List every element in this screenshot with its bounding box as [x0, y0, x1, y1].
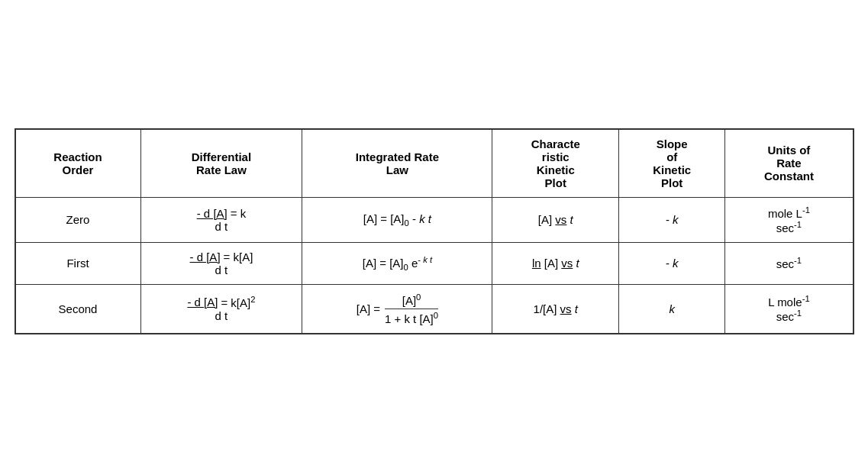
neg-frac-first: - d [A] [190, 250, 221, 263]
kinetics-table-wrapper: ReactionOrder DifferentialRate Law Integ… [15, 128, 854, 334]
slope-zero: - k [619, 197, 725, 242]
slope-second: k [619, 284, 725, 333]
header-characteristic-kinetic-plot: CharacteristicKineticPlot [492, 129, 619, 197]
kinetic-plot-first: ln [A] vs t [492, 242, 619, 284]
neg-frac-second: - d [A] [187, 296, 218, 309]
row-first: First - d [A] = k[A] d t [A] = [A]0 e- k… [15, 242, 853, 284]
units-first: sec-1 [725, 242, 853, 284]
numerator-second: [A]0 [385, 292, 438, 309]
diff-rate-law-zero: - d [A] = k d t [140, 197, 302, 242]
slope-first: - k [619, 242, 725, 284]
denominator-second: 1 + k t [A]0 [385, 309, 438, 325]
equals-second: = k[A]2 [221, 295, 255, 309]
header-units-rate-constant: Units ofRateConstant [725, 129, 853, 197]
integrated-rate-law-first: [A] = [A]0 e- k t [302, 242, 492, 284]
row-zero: Zero - d [A] = k d t [A] = [A]0 - k t [A… [15, 197, 853, 242]
diff-rate-law-second: - d [A] = k[A]2 d t [140, 284, 302, 333]
fraction-second: [A]0 1 + k t [A]0 [385, 292, 438, 325]
kinetics-table: ReactionOrder DifferentialRate Law Integ… [15, 129, 853, 334]
units-second: L mole-1sec-1 [725, 284, 853, 333]
kinetic-plot-second: 1/[A] vs t [492, 284, 619, 333]
equals-first: = k[A] [224, 250, 253, 263]
header-integrated-rate-law: Integrated RateLaw [302, 129, 492, 197]
dt-zero: d t [215, 220, 228, 233]
bracket-a-second: [A] = [357, 302, 380, 315]
units-zero: mole L-1sec-1 [725, 197, 853, 242]
kinetic-plot-zero: [A] vs t [492, 197, 619, 242]
order-second: Second [15, 284, 140, 333]
header-differential-rate-law: DifferentialRate Law [140, 129, 302, 197]
order-zero: Zero [15, 197, 140, 242]
order-first: First [15, 242, 140, 284]
header-slope-kinetic-plot: SlopeofKineticPlot [619, 129, 725, 197]
row-second: Second - d [A] = k[A]2 d t [A] = [A]0 1 … [15, 284, 853, 333]
integrated-rate-law-zero: [A] = [A]0 - k t [302, 197, 492, 242]
header-reaction-order: ReactionOrder [15, 129, 140, 197]
dt-second: d t [215, 309, 228, 322]
equals-zero: = k [231, 207, 246, 220]
dt-first: d t [215, 263, 228, 276]
integrated-rate-law-second: [A] = [A]0 1 + k t [A]0 [302, 284, 492, 333]
neg-sign: - d [A] [197, 207, 227, 220]
diff-rate-law-first: - d [A] = k[A] d t [140, 242, 302, 284]
